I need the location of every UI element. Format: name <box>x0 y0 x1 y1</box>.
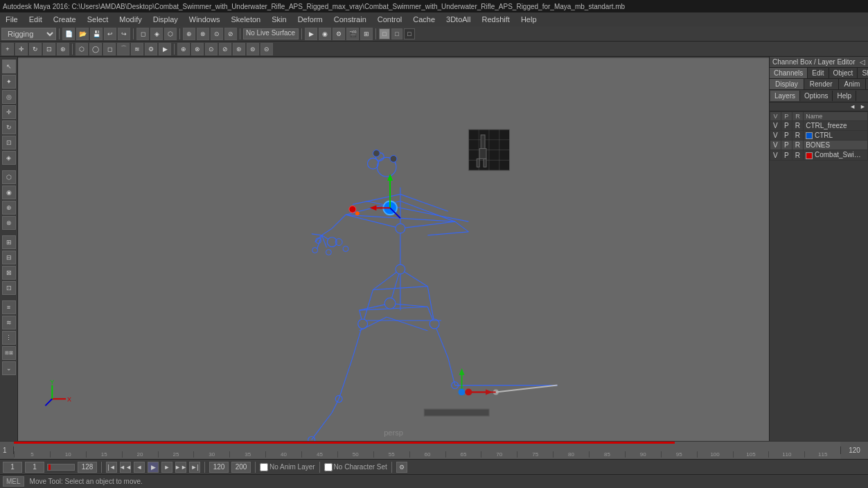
transform-btn[interactable]: + <box>1 43 14 55</box>
deform-btn2[interactable]: ≋ <box>131 43 143 55</box>
menu-modify[interactable]: Modify <box>116 15 144 24</box>
menu-deform[interactable]: Deform <box>295 15 326 24</box>
layer-r-ctrl-freeze[interactable]: R <box>792 121 804 131</box>
current-frame-input[interactable] <box>3 462 22 473</box>
mini-timeline[interactable] <box>47 464 75 471</box>
tab-edit[interactable]: Edit <box>808 68 829 78</box>
nurbs-btn[interactable]: ◯ <box>89 43 102 55</box>
rotate-btn[interactable]: ↻ <box>29 43 42 55</box>
next-frame-btn[interactable]: ► <box>161 462 172 473</box>
ipr-btn[interactable]: ◉ <box>319 28 331 40</box>
extra-btn3[interactable]: ⋮ <box>2 331 16 345</box>
lasso-tool-btn[interactable]: ◎ <box>2 90 16 104</box>
layer-p-ctrl-freeze[interactable]: P <box>781 121 792 131</box>
subtab-help[interactable]: Help <box>833 91 856 101</box>
cluster-btn[interactable]: ⊘ <box>219 43 231 55</box>
menu-control[interactable]: Control <box>375 15 405 24</box>
panel-tab-anim[interactable]: Anim <box>839 79 867 89</box>
range-end-input[interactable] <box>78 462 97 473</box>
render-btn[interactable]: ▶ <box>305 28 317 40</box>
menu-constrain[interactable]: Constrain <box>331 15 369 24</box>
select-btn[interactable]: ◻ <box>136 28 149 40</box>
skeleton-viewport[interactable]: X Y <box>18 57 769 441</box>
display-btn1[interactable]: □ <box>379 28 390 39</box>
layer-r-ctrl[interactable]: R <box>792 131 804 141</box>
go-end-btn[interactable]: ►| <box>189 462 200 473</box>
display-btn3[interactable]: □ <box>404 28 415 39</box>
joint-btn[interactable]: ⊛ <box>233 43 245 55</box>
panel-tab-display[interactable]: Display <box>770 79 804 89</box>
menu-create[interactable]: Create <box>51 15 79 24</box>
subtab-layers[interactable]: Layers <box>770 91 800 101</box>
range-start-input[interactable] <box>25 462 44 473</box>
scale-tool-btn[interactable]: ⊡ <box>2 136 16 150</box>
view-btn2[interactable]: ⊟ <box>2 251 16 264</box>
render-opts-btn[interactable]: ⚙ <box>333 28 345 40</box>
menu-select[interactable]: Select <box>85 15 112 24</box>
layer-r-combat[interactable]: R <box>792 150 804 160</box>
play-btn[interactable]: ▶ <box>148 462 159 473</box>
soft-select-btn[interactable]: ⬡ <box>2 170 16 184</box>
icons-btn[interactable]: ⊞⊠ <box>2 346 16 360</box>
scroll-right-btn[interactable]: ► <box>858 102 868 111</box>
mode-dropdown[interactable]: Rigging Animation Modeling <box>1 28 56 40</box>
menu-skeleton[interactable]: Skeleton <box>228 15 263 24</box>
tab-object[interactable]: Object <box>829 68 858 78</box>
snap-curve-btn[interactable]: ⊗ <box>197 28 209 40</box>
show-render-btn[interactable]: ⊞ <box>360 28 373 40</box>
misc-btn[interactable]: ⊝ <box>260 43 273 55</box>
view-btn1[interactable]: ⊞ <box>2 235 16 249</box>
move-btn[interactable]: ✛ <box>15 43 28 55</box>
char-set-check[interactable] <box>324 463 333 471</box>
redo-btn[interactable]: ↪ <box>118 28 130 40</box>
menu-3dtoall[interactable]: 3DtoAll <box>443 15 473 24</box>
open-btn[interactable]: 📂 <box>76 28 89 40</box>
scale-btn[interactable]: ⊡ <box>43 43 55 55</box>
layer-v-ctrl[interactable]: V <box>770 131 781 141</box>
layer-p-combat[interactable]: P <box>781 150 792 160</box>
view-btn4[interactable]: ⊡ <box>2 281 16 295</box>
timeline-ruler[interactable]: 5 10 15 20 25 30 35 40 45 50 55 60 65 70… <box>14 442 840 459</box>
prev-frame-btn[interactable]: ◄ <box>134 462 145 473</box>
paint-select-btn[interactable]: ✦ <box>2 75 16 89</box>
rigging-btn[interactable]: ⚙ <box>145 43 157 55</box>
menu-redshift[interactable]: Redshift <box>479 15 513 24</box>
undo-btn[interactable]: ↩ <box>104 28 116 40</box>
sculpt-btn[interactable]: ◉ <box>2 186 16 199</box>
skin2-btn[interactable]: ⊜ <box>247 43 259 55</box>
layer-row-bones[interactable]: V P R BONES <box>770 141 868 150</box>
layer-row-combat[interactable]: V P R Combat_Swimmer_with_Und <box>770 150 868 160</box>
attr-btn[interactable]: ⊕ <box>177 43 190 55</box>
layer-row-ctrl[interactable]: V P R CTRL <box>770 131 868 141</box>
snap-view-btn[interactable]: ⊘ <box>224 28 237 40</box>
animation-btn[interactable]: ▶ <box>159 43 171 55</box>
poly-btn[interactable]: ⬡ <box>76 43 88 55</box>
lasso-btn[interactable]: ◈ <box>150 28 163 40</box>
layer-v-ctrl-freeze[interactable]: V <box>770 121 781 131</box>
extra-btn2[interactable]: ≋ <box>2 316 16 329</box>
prev-key-btn[interactable]: ◄◄ <box>120 462 131 473</box>
right-panel-collapse[interactable]: ◁ <box>860 58 865 66</box>
anim-end-input[interactable] <box>209 462 229 473</box>
subdiv-btn[interactable]: ◻ <box>103 43 116 55</box>
layer-p-bones[interactable]: P <box>781 141 792 150</box>
snap-btn[interactable]: ⊗ <box>2 216 16 230</box>
paint-btn[interactable]: ⬡ <box>164 28 177 40</box>
crease-btn[interactable]: ⊕ <box>2 201 16 215</box>
layer-r-bones[interactable]: R <box>792 141 804 150</box>
menu-edit[interactable]: Edit <box>26 15 45 24</box>
snap-grid-btn[interactable]: ⊕ <box>183 28 195 40</box>
save-btn[interactable]: 💾 <box>90 28 103 40</box>
view-btn3[interactable]: ⊠ <box>2 266 16 280</box>
tab-show[interactable]: Show <box>858 68 868 78</box>
display-btn2[interactable]: □ <box>391 28 402 39</box>
curve-btn[interactable]: ⌒ <box>117 43 130 55</box>
tab-channels[interactable]: Channels <box>770 68 808 78</box>
menu-windows[interactable]: Windows <box>186 15 223 24</box>
next-key-btn[interactable]: ►► <box>175 462 186 473</box>
ik-btn[interactable]: ⊙ <box>205 43 218 55</box>
layer-row-ctrl-freeze[interactable]: V P R CTRL_freeze <box>770 121 868 131</box>
panel-tab-render[interactable]: Render <box>804 79 839 89</box>
select-tool-btn[interactable]: ↖ <box>2 60 16 73</box>
rotate-tool-btn[interactable]: ↻ <box>2 120 16 134</box>
